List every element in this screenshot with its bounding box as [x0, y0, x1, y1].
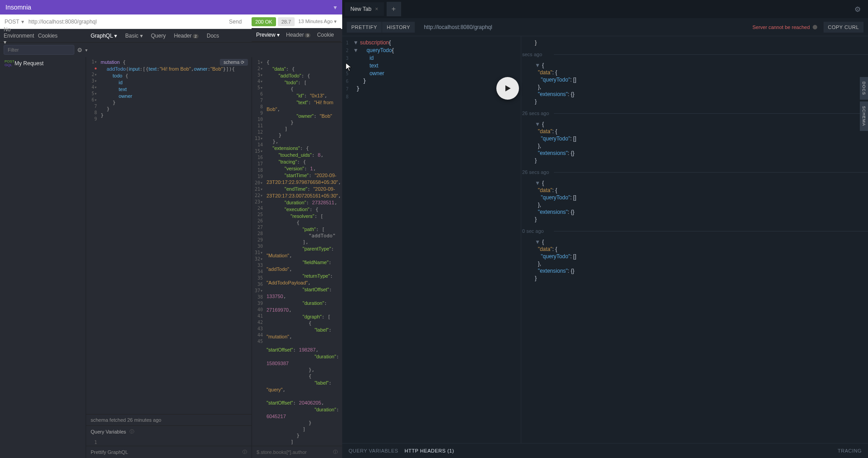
prettify-button[interactable]: PRETTIFY: [347, 22, 382, 33]
tab-cookie[interactable]: Cookie: [317, 32, 334, 38]
play-icon: [503, 84, 512, 93]
resp-gutter: 1▾2▾3▾4▾5▾678910111213▾1415▾1617181920▾2…: [252, 58, 266, 446]
gear-icon[interactable]: ⚙: [77, 47, 82, 53]
results-pane[interactable]: }secs ago▼{ "data": { "queryTodo": [] },…: [521, 36, 868, 443]
url-input[interactable]: [29, 19, 223, 25]
request-name: My Request: [15, 60, 44, 67]
schema-button[interactable]: schema ⟳: [220, 59, 248, 66]
request-bar: POST▾ Send 200 OK 28.7 13 Minutes Ago ▾: [0, 14, 342, 29]
status-badge[interactable]: 200 OK: [252, 17, 276, 26]
settings-icon[interactable]: ⚙: [854, 5, 861, 14]
gutter: 1▾● 2▾3▾4▾5▾6▾789: [86, 57, 100, 414]
tab-docs[interactable]: Docs: [207, 33, 219, 39]
graphql-playground: New Tab × + ⚙ PRETTIFY HISTORY http://lo…: [342, 0, 868, 458]
app-title: Insomnia: [5, 4, 31, 11]
headers-tab[interactable]: HTTP HEADERS (1): [405, 448, 454, 453]
sidebar: POSTGQL My Request: [0, 57, 86, 458]
close-icon[interactable]: ×: [375, 6, 378, 12]
env-select[interactable]: No Environment ▾: [4, 26, 38, 45]
playground-toolbar: PRETTIFY HISTORY http://localhost:8080/g…: [342, 18, 868, 36]
tab-query[interactable]: Query: [151, 33, 166, 39]
query-code[interactable]: mutation { addTodo(input:[{text:"Hi! fro…: [100, 57, 252, 414]
json-path-input[interactable]: $.store.books[*].authorⓘ: [252, 446, 342, 458]
playground-bottom: QUERY VARIABLES HTTP HEADERS (1) TRACING: [342, 443, 868, 458]
response-tabs: Preview ▾ Header9 Cookie: [252, 28, 341, 42]
schema-tab[interactable]: SCHEMA: [860, 101, 868, 131]
playground-tabbar: New Tab × + ⚙: [342, 0, 868, 18]
chevron-down-icon: ▾: [21, 19, 24, 25]
tracing-tab[interactable]: TRACING: [838, 448, 862, 453]
add-tab-button[interactable]: +: [387, 2, 401, 16]
title-bar[interactable]: Insomnia ▾: [0, 0, 342, 14]
tab-header[interactable]: Header2: [174, 33, 199, 39]
env-bar: No Environment ▾ Cookies: [0, 29, 86, 43]
cookies-button[interactable]: Cookies: [38, 33, 58, 39]
send-button[interactable]: Send: [223, 19, 248, 25]
response-code[interactable]: { "data": { "addTodo": { "todo": [ { "id…: [266, 58, 342, 446]
request-item[interactable]: POSTGQL My Request: [0, 57, 86, 70]
request-badge: POSTGQL: [5, 60, 15, 67]
method-select[interactable]: POST▾: [0, 19, 29, 25]
filter-input[interactable]: [4, 45, 74, 55]
copy-curl-button[interactable]: COPY CURL: [824, 22, 863, 33]
tab-auth[interactable]: Basic ▾: [125, 33, 143, 39]
tab-preview[interactable]: Preview ▾: [256, 32, 280, 38]
time-dropdown[interactable]: 13 Minutes Ago ▾: [298, 19, 337, 24]
prettify-button[interactable]: Prettify GraphQLⓘ: [86, 446, 252, 458]
tab-resp-header[interactable]: Header9: [286, 32, 310, 38]
history-button[interactable]: HISTORY: [382, 22, 415, 33]
chevron-down-icon[interactable]: ▾: [334, 4, 337, 11]
filter-row: ⚙▾: [0, 43, 86, 57]
help-icon[interactable]: ⓘ: [130, 429, 134, 435]
schema-status: schema fetched 26 minutes ago: [86, 414, 252, 425]
query-editor[interactable]: schema ⟳ 1▾● 2▾3▾4▾5▾6▾789 mutation { ad…: [86, 57, 252, 458]
docs-tab[interactable]: DOCS: [860, 77, 868, 100]
play-button[interactable]: [496, 77, 519, 100]
query-variables-header[interactable]: Query Variablesⓘ: [86, 425, 252, 438]
size-badge[interactable]: 28.7: [278, 17, 295, 26]
tab-body[interactable]: GraphQL ▾: [91, 33, 117, 39]
qvars-tab[interactable]: QUERY VARIABLES: [349, 448, 398, 453]
server-error: Server cannot be reached: [752, 24, 817, 30]
subscription-editor[interactable]: 12345678 ▼ subscription{ ▼ queryTodo{ id…: [342, 36, 521, 443]
status-dot-icon: [813, 25, 817, 29]
playground-url[interactable]: http://localhost:8080/graphql: [424, 24, 492, 30]
playground-tab[interactable]: New Tab ×: [345, 2, 384, 16]
response-pane: 1▾2▾3▾4▾5▾678910111213▾1415▾1617181920▾2…: [252, 57, 342, 458]
